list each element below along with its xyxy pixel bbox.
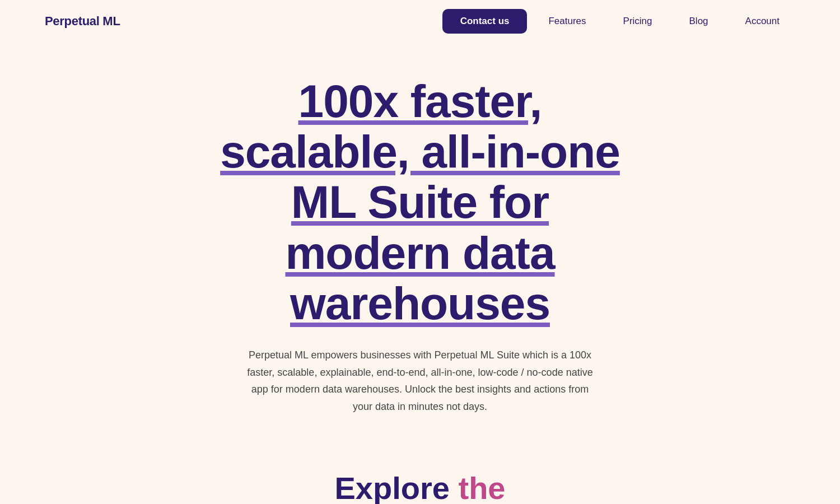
heading-explore: Explore [335, 470, 450, 504]
features-link[interactable]: Features [533, 10, 601, 32]
heading-the: the [458, 470, 505, 504]
hero-title: 100x faster, scalable, all-in-one ML Sui… [220, 76, 620, 329]
contact-button[interactable]: Contact us [442, 9, 528, 34]
features-heading: Explore the Features [335, 471, 506, 504]
hero-title-line5: warehouses [290, 278, 550, 329]
hero-title-line1: 100x faster, [298, 76, 542, 127]
blog-link[interactable]: Blog [674, 10, 724, 32]
features-section: Explore the Features [0, 471, 840, 504]
navbar: Perpetual ML Contact us Features Pricing… [0, 0, 840, 43]
brand-logo: Perpetual ML [45, 14, 120, 29]
hero-title-line3: ML Suite for [291, 176, 549, 227]
pricing-link[interactable]: Pricing [608, 10, 668, 32]
hero-subtitle: Perpetual ML empowers businesses with Pe… [246, 347, 594, 415]
hero-title-line2: scalable, all-in-one [220, 126, 620, 177]
hero-title-line4: modern data [285, 227, 554, 278]
hero-section: 100x faster, scalable, all-in-one ML Sui… [0, 43, 840, 437]
account-link[interactable]: Account [730, 10, 795, 32]
nav-links: Contact us Features Pricing Blog Account [442, 9, 795, 34]
